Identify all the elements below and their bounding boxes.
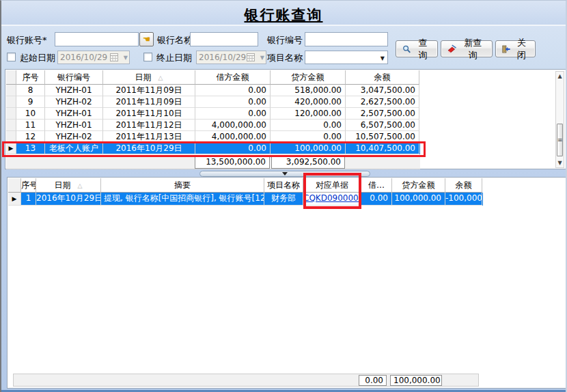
row-selector (6, 108, 16, 120)
table-row[interactable]: 11 YHZH-01 2011年11月12日 4,000,000.00 0.00… (6, 120, 420, 131)
end-date-checkbox[interactable] (143, 53, 152, 61)
cell-credit[interactable]: 518,000.00 (271, 85, 346, 96)
active-row-marker: ▶ (6, 143, 16, 154)
cell-bank-code[interactable]: YHZH-02 (45, 131, 103, 143)
cell-bank-code[interactable]: YHZH-01 (45, 120, 103, 131)
cell-balance[interactable]: 10,507,500.00 (346, 131, 419, 143)
cell-debit[interactable]: 4,000,000.00 (195, 131, 271, 143)
scroll-down-icon[interactable]: ▼ (556, 158, 564, 167)
start-date-field[interactable]: 2016/10/29 ▼ (57, 51, 130, 64)
active-row-marker: ▶ (8, 193, 21, 206)
cell-balance[interactable]: 2,627,500.00 (346, 96, 419, 108)
table-row[interactable]: 12 YHZH-02 2011年11月13日 4,000,000.00 0.00… (6, 131, 420, 143)
start-date-checkbox[interactable] (7, 53, 16, 61)
query-button-label: 查询 (415, 37, 431, 61)
lower-grid-header: 序号 日期△ 摘要 项目名称 对应单据 借… 贷方金额 余额 (8, 178, 483, 193)
search-icon (402, 44, 411, 54)
splitter-chevron-icon (282, 172, 288, 176)
cell-debit[interactable]: 0.00 (361, 193, 392, 206)
close-button[interactable]: 关闭 (495, 40, 536, 57)
col-header-project[interactable]: 项目名称 (264, 178, 303, 193)
col-header-seq[interactable]: 序号 (21, 178, 36, 193)
cell-summary[interactable]: 提现, 银行名称[中国招商银行], 银行账号[12 (101, 193, 264, 206)
col-header-credit[interactable]: 贷方金额 (392, 178, 445, 193)
date-dropdown-icon[interactable]: ▼ (260, 55, 264, 61)
cell-credit[interactable]: 100,000.00 (271, 143, 346, 154)
panel-splitter-handle[interactable] (199, 171, 370, 177)
col-header-summary[interactable]: 摘要 (101, 178, 264, 193)
cell-balance[interactable]: -100,000 (445, 193, 482, 206)
table-row[interactable]: 9 YHZH-02 2011年11月09日 0.00 420,000.00 2,… (6, 96, 420, 108)
cell-date[interactable]: 2011年11月10日 (103, 108, 195, 120)
row-selector (6, 120, 16, 131)
cell-credit[interactable]: 100,000.00 (392, 193, 445, 206)
debit-total-box: 13,500,000.00 (195, 156, 270, 169)
bank-account-browse-button[interactable]: ☚ (139, 32, 154, 46)
cell-bank-code[interactable]: YHZH-02 (45, 96, 103, 108)
cell-balance[interactable]: 3,047,500.00 (346, 85, 419, 96)
cell-credit[interactable]: 420,000.00 (271, 96, 346, 108)
cell-credit[interactable]: 120,000.00 (271, 108, 346, 120)
calendar-icon (247, 53, 255, 61)
bank-name-input[interactable] (190, 32, 258, 46)
col-header-balance[interactable]: 余额 (445, 178, 482, 193)
cell-date[interactable]: 2011年11月09日 (103, 85, 195, 96)
table-row[interactable]: 10 YHZH-01 2011年11月10日 0.00 120,000.00 2… (6, 108, 420, 120)
cell-balance[interactable]: 2,507,500.00 (346, 108, 419, 120)
cell-seq[interactable]: 9 (16, 96, 45, 108)
cell-debit[interactable]: 0.00 (195, 96, 271, 108)
cell-project[interactable]: 财务部 (264, 193, 303, 206)
cell-date[interactable]: 2011年11月12日 (103, 120, 195, 131)
cell-date[interactable]: 2016年10月29日 (36, 193, 101, 206)
cell-document[interactable]: CQKD0900000C (303, 193, 361, 206)
detail-row-selected[interactable]: ▶ 1 2016年10月29日 提现, 银行名称[中国招商银行], 银行账号[1… (8, 193, 483, 206)
cell-debit[interactable]: 0.00 (195, 85, 271, 96)
query-button[interactable]: 查询 (396, 40, 438, 57)
col-header-debit[interactable]: 借… (361, 178, 392, 193)
col-header-date[interactable]: 日期△ (36, 178, 101, 193)
cell-date[interactable]: 2011年11月09日 (103, 96, 195, 108)
cell-debit[interactable]: 0.00 (195, 108, 271, 120)
date-dropdown-icon[interactable]: ▼ (124, 55, 128, 61)
col-header-balance[interactable]: 余额 (346, 70, 419, 85)
cell-seq[interactable]: 13 (16, 143, 45, 154)
document-link[interactable]: CQKD0900000C (303, 193, 361, 203)
col-header-date[interactable]: 日期△ (103, 70, 195, 85)
cell-seq[interactable]: 8 (16, 85, 45, 96)
status-debit-total: 0.00 (359, 375, 387, 386)
cell-seq[interactable]: 11 (16, 120, 45, 131)
project-name-combobox[interactable]: ▼ (305, 51, 388, 64)
thumb-grip-icon: ≡ (557, 137, 563, 143)
cell-debit[interactable]: 0.00 (195, 143, 271, 154)
cell-balance[interactable]: 10,407,500.00 (346, 143, 419, 154)
cell-date[interactable]: 2011年11月13日 (103, 131, 195, 143)
end-date-field[interactable]: 2016/10/29 ▼ (196, 51, 266, 64)
cell-balance[interactable]: 6,507,500.00 (346, 120, 419, 131)
cell-credit[interactable]: 0.00 (271, 120, 346, 131)
cell-debit[interactable]: 4,000,000.00 (195, 120, 271, 131)
vertical-scrollbar[interactable]: ▲ ≡ ▼ (555, 71, 564, 168)
cell-seq[interactable]: 1 (21, 193, 36, 206)
col-header-bank-code[interactable]: 银行编号 (45, 70, 103, 85)
table-row-selected[interactable]: ▶ 13 老板个人账户 2016年10月29日 0.00 100,000.00 … (6, 143, 420, 154)
cell-bank-code[interactable]: YHZH-01 (45, 85, 103, 96)
row-selector-header (6, 70, 16, 85)
cell-date[interactable]: 2016年10月29日 (103, 143, 195, 154)
cell-bank-code[interactable]: YHZH-01 (45, 108, 103, 120)
cell-seq[interactable]: 10 (16, 108, 45, 120)
cell-seq[interactable]: 12 (16, 131, 45, 143)
bank-account-input[interactable] (55, 32, 139, 46)
cell-credit[interactable]: 0.00 (271, 131, 346, 143)
col-header-debit[interactable]: 借方金额 (195, 70, 271, 85)
scroll-up-icon[interactable]: ▲ (556, 72, 564, 81)
bank-code-input[interactable] (305, 32, 388, 46)
scrollbar-thumb[interactable]: ≡ (557, 124, 563, 156)
new-query-button[interactable]: 新查询 (441, 40, 493, 57)
bank-account-label: 银行账号* (7, 35, 47, 46)
cell-bank-code[interactable]: 老板个人账户 (45, 143, 103, 154)
lower-grid-panel: 序号 日期△ 摘要 项目名称 对应单据 借… 贷方金额 余额 ▶ 1 2016年… (7, 177, 566, 389)
col-header-seq[interactable]: 序号 (16, 70, 45, 85)
col-header-credit[interactable]: 贷方金额 (271, 70, 346, 85)
col-header-document[interactable]: 对应单据 (303, 178, 361, 193)
table-row[interactable]: 8 YHZH-01 2011年11月09日 0.00 518,000.00 3,… (6, 85, 420, 96)
